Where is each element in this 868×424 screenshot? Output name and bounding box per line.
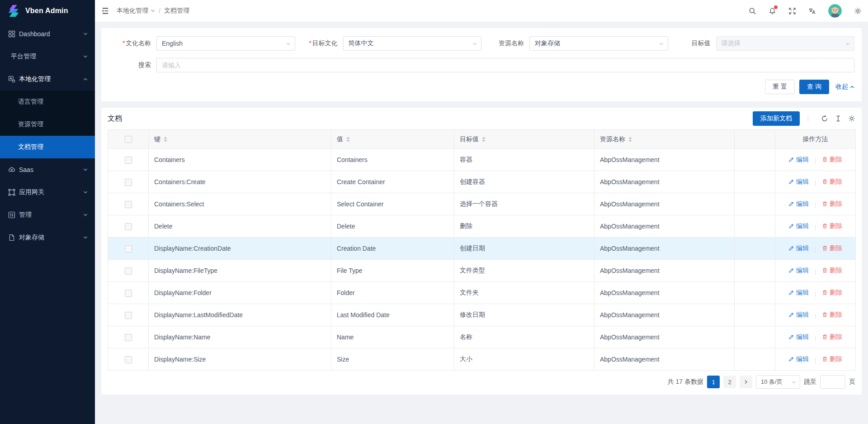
table-row[interactable]: DisplayName:LastModifiedDate Last Modifi…: [108, 304, 856, 326]
action-divider: [815, 158, 816, 164]
sort-icon[interactable]: [482, 137, 486, 142]
row-checkbox[interactable]: [125, 356, 132, 363]
search-input[interactable]: [156, 58, 854, 72]
query-button[interactable]: 查 询: [799, 80, 829, 94]
row-checkbox[interactable]: [125, 290, 132, 297]
edit-button[interactable]: 编辑: [788, 333, 809, 341]
column-header-resource[interactable]: 资源名称: [594, 130, 735, 149]
edit-button[interactable]: 编辑: [788, 156, 809, 164]
delete-button[interactable]: 删除: [822, 244, 842, 252]
sidebar-item-gateway[interactable]: 应用网关: [0, 181, 95, 204]
row-checkbox[interactable]: [125, 334, 132, 341]
sidebar-item-label: 语言管理: [18, 98, 43, 106]
gear-icon[interactable]: [848, 115, 855, 122]
row-checkbox[interactable]: [125, 245, 132, 252]
sidebar-item-language-management[interactable]: 语言管理: [0, 91, 95, 113]
cell-key: Containers:Create: [149, 171, 331, 193]
delete-button[interactable]: 删除: [822, 311, 842, 319]
add-document-button[interactable]: 添加新文档: [753, 111, 800, 126]
edit-button[interactable]: 编辑: [788, 311, 809, 319]
table-row[interactable]: DisplayName:Name Name 名称 AbpOssManagemen…: [108, 326, 856, 348]
app-logo[interactable]: Vben Admin: [0, 0, 95, 22]
column-header-key[interactable]: 键: [149, 130, 331, 149]
edit-button[interactable]: 编辑: [788, 289, 809, 297]
target-value-select[interactable]: 请选择: [716, 36, 855, 51]
edit-button[interactable]: 编辑: [788, 267, 809, 275]
table-row[interactable]: DisplayName:Size Size 大小 AbpOssManagemen…: [108, 348, 856, 371]
edit-button[interactable]: 编辑: [788, 200, 809, 208]
sort-icon[interactable]: [346, 137, 350, 142]
row-checkbox[interactable]: [125, 223, 132, 230]
cell-empty: [735, 260, 775, 282]
delete-button[interactable]: 删除: [822, 178, 842, 186]
sidebar-item-saas[interactable]: Saas: [0, 158, 95, 181]
next-page-button[interactable]: [740, 376, 752, 388]
translate-icon[interactable]: [808, 7, 816, 15]
menu-fold-icon[interactable]: [101, 7, 109, 15]
row-checkbox[interactable]: [125, 312, 132, 319]
row-height-icon[interactable]: [835, 115, 842, 122]
table-row[interactable]: Containers:Select Select Container 选择一个容…: [108, 193, 856, 215]
collapse-link[interactable]: 收起: [835, 83, 854, 91]
jump-page-input[interactable]: [820, 375, 845, 389]
cell-target: 删除: [454, 215, 594, 238]
sidebar-item-localization[interactable]: 本地化管理: [0, 68, 95, 91]
edit-button[interactable]: 编辑: [788, 355, 809, 363]
breadcrumb-section[interactable]: 本地化管理: [117, 7, 155, 15]
column-header-value[interactable]: 值: [331, 130, 454, 149]
breadcrumb-current[interactable]: 文档管理: [164, 7, 189, 15]
avatar[interactable]: [828, 4, 842, 18]
edit-button[interactable]: 编辑: [788, 222, 809, 230]
table-row[interactable]: DisplayName:FileType File Type 文件类型 AbpO…: [108, 260, 856, 282]
sidebar-item-management[interactable]: 管理: [0, 204, 95, 226]
delete-button[interactable]: 删除: [822, 333, 842, 341]
sidebar-item-platform[interactable]: 平台管理: [0, 45, 95, 68]
action-divider: [815, 247, 816, 252]
page-size-select[interactable]: 10 条/页: [756, 375, 800, 389]
gear-icon[interactable]: [854, 7, 862, 15]
cell-resource: AbpOssManagement: [594, 193, 735, 215]
page-button-2[interactable]: 2: [723, 376, 736, 388]
sidebar-item-resource-management[interactable]: 资源管理: [0, 113, 95, 136]
bell-icon[interactable]: [769, 7, 776, 15]
sidebar-item-object-storage[interactable]: 对象存储: [0, 226, 95, 249]
sort-icon[interactable]: [164, 137, 167, 142]
culture-name-select[interactable]: English: [156, 36, 295, 51]
select-all-checkbox[interactable]: [125, 136, 132, 143]
edit-button[interactable]: 编辑: [788, 178, 809, 186]
row-checkbox[interactable]: [125, 201, 132, 208]
sort-icon[interactable]: [628, 137, 632, 142]
delete-button[interactable]: 删除: [822, 200, 842, 208]
page-size-value: 10 条/页: [761, 378, 783, 386]
delete-button[interactable]: 删除: [822, 355, 842, 363]
pagination: 共 17 条数据 1 2 10 条/页 跳至 页: [108, 371, 855, 395]
cell-value: Folder: [331, 282, 454, 304]
filter-panel: *文化名称 English *目标文化 简体中文 资源名称 对象存储: [101, 28, 862, 101]
table-row[interactable]: DisplayName:CreationDate Creation Date 创…: [108, 238, 856, 260]
table-row[interactable]: Delete Delete 删除 AbpOssManagement 编辑 删除: [108, 215, 856, 238]
chevron-down-icon: [83, 55, 88, 58]
table-row[interactable]: DisplayName:Folder Folder 文件夹 AbpOssMana…: [108, 282, 856, 304]
target-culture-select[interactable]: 简体中文: [343, 36, 482, 51]
delete-button[interactable]: 删除: [822, 289, 842, 297]
search-icon[interactable]: [749, 7, 756, 15]
delete-button[interactable]: 删除: [822, 267, 842, 275]
row-checkbox[interactable]: [125, 157, 132, 164]
reset-button[interactable]: 重 置: [765, 80, 795, 94]
refresh-icon[interactable]: [821, 115, 828, 122]
row-checkbox[interactable]: [125, 179, 132, 186]
fullscreen-icon[interactable]: [788, 7, 796, 15]
resource-name-select[interactable]: 对象存储: [529, 36, 668, 51]
sidebar-item-document-management[interactable]: 文档管理: [0, 136, 95, 158]
table-row[interactable]: Containers Containers 容器 AbpOssManagemen…: [108, 149, 856, 171]
table-header-row: 键 值 目标值 资源名称 操作方法: [108, 130, 856, 149]
edit-button[interactable]: 编辑: [788, 244, 809, 252]
row-checkbox[interactable]: [125, 267, 132, 275]
delete-button[interactable]: 删除: [822, 156, 842, 164]
sidebar-item-dashboard[interactable]: Dashboard: [0, 23, 95, 45]
page-button-1[interactable]: 1: [707, 376, 720, 388]
table-row[interactable]: Containers:Create Create Container 创建容器 …: [108, 171, 856, 193]
delete-button[interactable]: 删除: [822, 222, 842, 230]
field-search: 搜索: [108, 58, 854, 72]
column-header-target[interactable]: 目标值: [454, 130, 594, 149]
